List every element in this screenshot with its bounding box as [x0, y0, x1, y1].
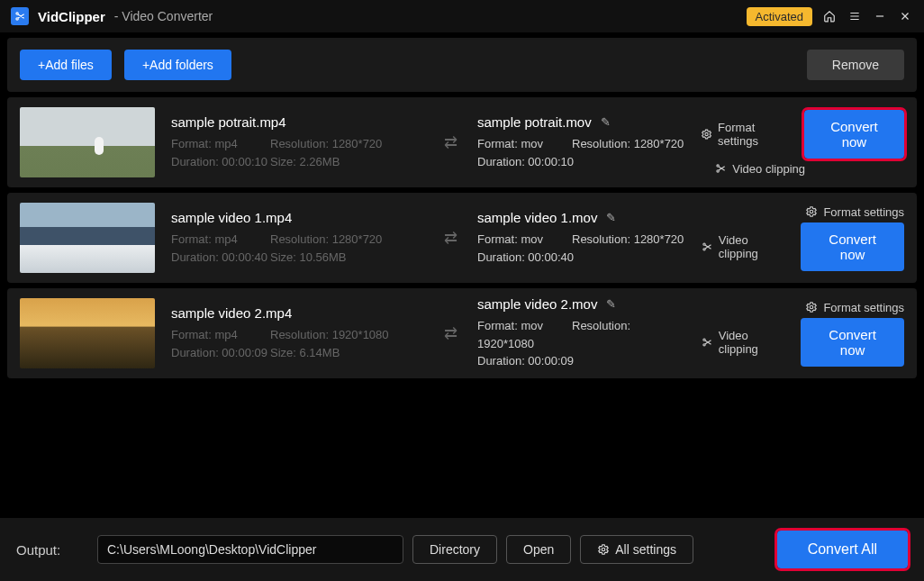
- scissors-icon: [14, 10, 26, 23]
- edit-name-icon[interactable]: ✎: [601, 115, 611, 129]
- video-clipping-link[interactable]: Video clipping: [701, 233, 790, 260]
- action-column: Format settings Video clipping Convert n…: [701, 301, 904, 367]
- gear-icon: [805, 205, 818, 218]
- source-column: sample potrait.mp4 Format: mp4Resolution…: [171, 114, 423, 170]
- source-meta: Format: mp4Resolution: 1280*720 Duration…: [171, 231, 423, 266]
- scissors-icon: [701, 336, 713, 349]
- format-settings-label: Format settings: [823, 205, 904, 219]
- dest-filename: sample video 2.mov: [477, 296, 597, 312]
- app-logo: [11, 7, 29, 25]
- dest-column: sample video 1.mov ✎ Format: movResoluti…: [477, 210, 684, 266]
- edit-name-icon[interactable]: ✎: [606, 211, 616, 224]
- dest-filename: sample video 1.mov: [477, 210, 597, 225]
- source-meta: Format: mp4Resolution: 1920*1080 Duratio…: [171, 326, 423, 361]
- swap-icon: ⇄: [439, 132, 461, 152]
- video-clipping-label: Video clipping: [719, 233, 790, 260]
- svg-point-2: [717, 170, 719, 172]
- thumbnail: [20, 107, 155, 177]
- dest-meta: Format: movResolution: 1280*720 Duration…: [477, 135, 684, 170]
- dest-column: sample potrait.mov ✎ Format: movResoluti…: [477, 114, 684, 170]
- source-column: sample video 2.mp4 Format: mp4Resolution…: [171, 305, 423, 361]
- dest-meta: Format: movResolution: 1280*720 Duration…: [477, 231, 684, 266]
- scissors-icon: [714, 162, 727, 175]
- file-list: sample potrait.mp4 Format: mp4Resolution…: [0, 97, 924, 378]
- open-button[interactable]: Open: [506, 535, 571, 564]
- source-column: sample video 1.mp4 Format: mp4Resolution…: [171, 210, 423, 266]
- convert-now-button[interactable]: Convert now: [804, 110, 904, 159]
- format-settings-link[interactable]: Format settings: [805, 205, 904, 219]
- svg-point-8: [703, 343, 705, 345]
- titlebar: VidClipper - Video Converter Activated: [0, 0, 924, 32]
- edit-name-icon[interactable]: ✎: [606, 297, 616, 311]
- thumbnail: [20, 203, 155, 273]
- svg-point-7: [703, 338, 705, 340]
- directory-button[interactable]: Directory: [412, 535, 497, 564]
- video-clipping-label: Video clipping: [732, 162, 805, 176]
- thumbnail: [20, 298, 155, 368]
- svg-point-5: [703, 248, 705, 250]
- dest-column: sample video 2.mov ✎ Format: movResoluti…: [477, 296, 684, 370]
- gear-icon: [701, 128, 712, 141]
- convert-now-button[interactable]: Convert now: [801, 318, 904, 367]
- video-clipping-link[interactable]: Video clipping: [701, 329, 790, 356]
- svg-point-6: [811, 305, 814, 309]
- svg-point-3: [811, 210, 814, 213]
- gear-icon: [597, 543, 610, 556]
- minimize-icon[interactable]: [872, 8, 888, 24]
- format-settings-link[interactable]: Format settings: [805, 301, 904, 314]
- scissors-icon: [701, 241, 713, 253]
- app-name: VidClipper: [38, 9, 105, 24]
- close-icon[interactable]: [897, 8, 913, 24]
- activated-badge: Activated: [747, 7, 812, 26]
- app-subtitle: - Video Converter: [114, 9, 213, 23]
- source-filename: sample potrait.mp4: [171, 114, 423, 130]
- menu-icon[interactable]: [847, 8, 863, 24]
- add-files-button[interactable]: +Add files: [20, 50, 112, 80]
- list-item[interactable]: sample video 2.mp4 Format: mp4Resolution…: [7, 288, 917, 378]
- list-item[interactable]: sample potrait.mp4 Format: mp4Resolution…: [7, 97, 917, 187]
- all-settings-label: All settings: [615, 542, 676, 557]
- source-filename: sample video 1.mp4: [171, 210, 423, 225]
- convert-now-button[interactable]: Convert now: [801, 222, 904, 271]
- svg-point-9: [602, 548, 606, 551]
- source-meta: Format: mp4Resolution: 1280*720 Duration…: [171, 135, 423, 170]
- swap-icon: ⇄: [439, 323, 461, 343]
- svg-point-1: [717, 165, 719, 167]
- gear-icon: [805, 301, 818, 313]
- format-settings-label: Format settings: [823, 301, 904, 314]
- svg-point-0: [705, 132, 708, 135]
- source-filename: sample video 2.mp4: [171, 305, 423, 321]
- dest-meta: Format: movResolution: 1920*1080 Duratio…: [477, 317, 684, 370]
- convert-all-button[interactable]: Convert All: [777, 531, 908, 568]
- toolbar: +Add files +Add folders Remove: [7, 38, 917, 92]
- remove-button[interactable]: Remove: [807, 50, 904, 80]
- format-settings-link[interactable]: Format settings: [701, 121, 793, 148]
- format-settings-label: Format settings: [718, 121, 793, 148]
- bottom-bar: Output: C:\Users\MLoong\Desktop\VidClipp…: [0, 518, 924, 581]
- swap-icon: ⇄: [439, 228, 461, 248]
- video-clipping-label: Video clipping: [719, 329, 790, 356]
- list-item[interactable]: sample video 1.mp4 Format: mp4Resolution…: [7, 193, 917, 283]
- dest-filename: sample potrait.mov: [477, 114, 592, 130]
- output-path-field[interactable]: C:\Users\MLoong\Desktop\VidClipper: [97, 535, 403, 564]
- action-column: Format settings Video clipping Convert n…: [701, 205, 904, 271]
- add-folders-button[interactable]: +Add folders: [124, 50, 231, 80]
- svg-point-4: [703, 242, 705, 244]
- all-settings-button[interactable]: All settings: [580, 535, 693, 564]
- video-clipping-link[interactable]: Video clipping: [714, 162, 805, 176]
- action-column: Format settings Convert now Video clippi…: [701, 110, 904, 176]
- output-label: Output:: [16, 542, 88, 558]
- home-icon[interactable]: [821, 8, 838, 24]
